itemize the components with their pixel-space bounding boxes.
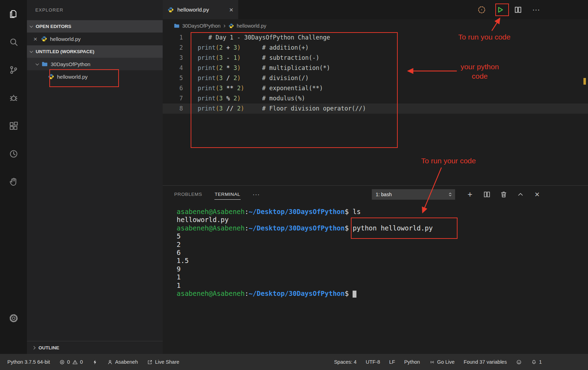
panel-more-icon[interactable]: ··· [253, 191, 260, 198]
eol-label: LF [389, 359, 395, 365]
variables-label: Found 37 variables [464, 359, 507, 365]
breadcrumb-folder[interactable]: 30DaysOfPython [182, 23, 221, 29]
settings-gear-icon[interactable] [0, 304, 27, 332]
search-icon[interactable] [0, 28, 27, 56]
language-status[interactable]: Python [404, 359, 420, 365]
close-icon[interactable]: × [229, 6, 233, 13]
code-line[interactable]: 5print(3 / 2) # division(/) [163, 73, 588, 83]
shell-selector[interactable]: 1: bash [372, 189, 455, 200]
terminal-line: 6 [177, 249, 588, 257]
terminal-text: 9 [177, 265, 180, 273]
workspace-label: UNTITLED (WORKSPACE) [36, 49, 94, 54]
terminal-output[interactable]: asabeneh@Asabeneh:~/Desktop/30DaysOfPyth… [163, 203, 588, 354]
workspace-header[interactable]: UNTITLED (WORKSPACE) [27, 45, 163, 58]
encoding-status[interactable]: UTF-8 [366, 359, 380, 365]
error-count: 0 [67, 359, 70, 365]
feedback-status[interactable] [516, 359, 522, 365]
line-number: 6 [163, 83, 183, 93]
clock-icon[interactable] [0, 140, 27, 168]
live-share-status[interactable]: Live Share [147, 359, 179, 365]
code-line[interactable]: 3print(3 - 1) # subtraction(-) [163, 53, 588, 63]
line-number: 8 [163, 104, 183, 114]
close-panel-button[interactable]: × [532, 190, 542, 199]
code-text: print(3 / 2) # division(/) [183, 73, 309, 83]
terminal-cursor [353, 291, 356, 298]
breadcrumb-file[interactable]: helloworld.py [237, 23, 267, 29]
extensions-icon[interactable] [0, 112, 27, 140]
open-editors-label: OPEN EDITORS [36, 24, 71, 29]
chevron-down-icon [30, 49, 33, 53]
terminal-line: 1 [177, 282, 588, 290]
dashed-circle-icon[interactable] [476, 4, 487, 15]
outline-header[interactable]: OUTLINE [27, 341, 163, 354]
broadcast-icon [429, 359, 435, 365]
code-line[interactable]: 1 # Day 1 - 30DaysOfPython Challenge [163, 33, 588, 43]
run-button[interactable] [494, 4, 505, 15]
split-terminal-button[interactable] [482, 190, 491, 199]
code-text: print(3 // 2) # Floor division operator(… [183, 104, 366, 114]
code-text: print(2 + 3) # addition(+) [183, 43, 309, 53]
eol-status[interactable]: LF [389, 359, 395, 365]
sidebar-spacer [27, 83, 163, 341]
new-terminal-button[interactable]: + [465, 190, 475, 199]
encoding-label: UTF-8 [366, 359, 380, 365]
file-item-helloworld[interactable]: helloworld.py [27, 70, 163, 83]
python-file-icon [168, 7, 174, 13]
terminal-text: $ ls [345, 208, 361, 215]
code-line[interactable]: 4print(2 * 3) # multiplication(*) [163, 63, 588, 73]
code-line[interactable]: 2print(2 + 3) # addition(+) [163, 43, 588, 53]
source-control-icon[interactable] [0, 56, 27, 84]
language-label: Python [404, 359, 420, 365]
tab-helloworld[interactable]: helloworld.py × [163, 0, 238, 19]
chevron-down-icon [36, 62, 39, 65]
variables-status[interactable]: Found 37 variables [464, 359, 507, 365]
go-live-status[interactable]: Go Live [429, 359, 455, 365]
folder-icon [174, 23, 179, 29]
terminal-line: asabeneh@Asabeneh:~/Desktop/30DaysOfPyth… [177, 290, 588, 298]
maximize-panel-button[interactable] [516, 190, 525, 199]
problems-status[interactable]: 0 0 [59, 359, 83, 365]
code-lines: 1 # Day 1 - 30DaysOfPython Challenge2pri… [163, 33, 588, 114]
panel-header: PROBLEMS TERMINAL ··· 1: bash + [163, 186, 588, 203]
interpreter-label: Python 3.7.5 64-bit [7, 359, 50, 365]
code-line[interactable]: 8print(3 // 2) # Floor division operator… [163, 104, 588, 114]
lightning-icon [92, 359, 98, 365]
close-icon[interactable]: × [33, 36, 38, 42]
formatter-status[interactable] [92, 359, 98, 365]
share-icon [147, 359, 153, 365]
code-editor[interactable]: 1 # Day 1 - 30DaysOfPython Challenge2pri… [163, 32, 588, 185]
vscode-window: EXPLORER OPEN EDITORS × helloworld.py UN… [0, 0, 588, 370]
warning-count: 0 [80, 359, 83, 365]
folder-item-30daysofpython[interactable]: 30DaysOfPython [27, 58, 163, 70]
split-editor-button[interactable] [512, 4, 523, 15]
open-editors-header[interactable]: OPEN EDITORS [27, 20, 163, 33]
tab-terminal[interactable]: TERMINAL [214, 189, 241, 200]
code-line[interactable]: 7print(3 % 2) # modulus(%) [163, 93, 588, 104]
debug-bug-icon[interactable] [0, 84, 27, 112]
terminal-text: $ python helloworld.py [345, 224, 433, 232]
python-interpreter-status[interactable]: Python 3.7.5 64-bit [7, 359, 50, 365]
terminal-text: 1 [177, 282, 180, 289]
bottom-panel: PROBLEMS TERMINAL ··· 1: bash + [163, 185, 588, 354]
terminal-line: helloworld.py [177, 216, 588, 224]
file-name: helloworld.py [57, 74, 88, 80]
indentation-status[interactable]: Spaces: 4 [334, 359, 357, 365]
account-status[interactable]: Asabeneh [107, 359, 138, 365]
terminal-line: 9 [177, 265, 588, 273]
tab-problems[interactable]: PROBLEMS [174, 189, 203, 200]
more-actions-button[interactable]: ··· [531, 4, 541, 15]
outline-label: OUTLINE [38, 345, 59, 350]
sidebar-title: EXPLORER [27, 0, 163, 20]
code-line[interactable]: 6print(3 ** 2) # exponential(**) [163, 83, 588, 93]
breadcrumb[interactable]: 30DaysOfPython › helloworld.py [163, 19, 588, 32]
tab-label: helloworld.py [177, 7, 209, 13]
terminal-text: ~/Desktop/30DaysOfPython [249, 208, 345, 215]
terminal-text: : [245, 290, 248, 297]
explorer-icon[interactable] [0, 0, 27, 28]
live-share-label: Live Share [155, 359, 179, 365]
notifications-status[interactable]: 1 [531, 359, 542, 365]
hand-icon[interactable] [0, 168, 27, 196]
open-editor-item[interactable]: × helloworld.py [27, 33, 163, 45]
activity-bar [0, 0, 27, 354]
kill-terminal-button[interactable] [499, 190, 508, 199]
